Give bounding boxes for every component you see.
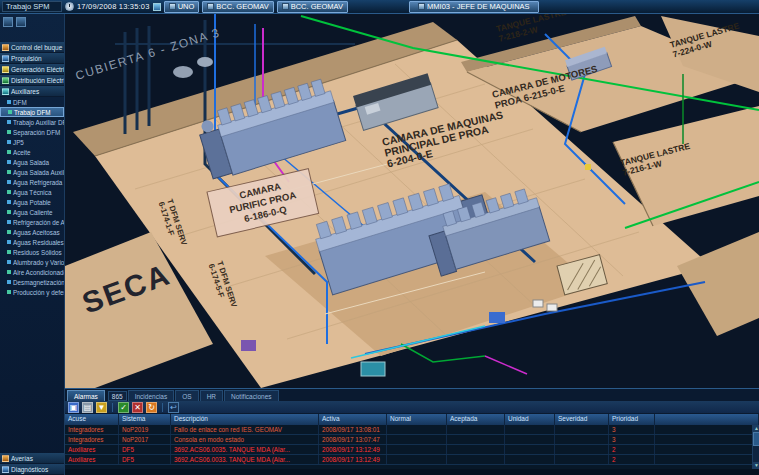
home-icon[interactable] <box>3 17 13 27</box>
sidebar-item-control-del-buque[interactable]: Control del buque <box>0 42 64 53</box>
cell-sistema: DF5 <box>119 455 171 464</box>
sidebar-item-auxiliares[interactable]: Auxiliares <box>0 86 64 97</box>
cell-acuse: Auxiliares <box>65 445 119 454</box>
tab-notificaciones[interactable]: Notificaciones <box>224 390 278 401</box>
sidebar-subitem-produccion-defensa[interactable]: Producción y defensa <box>0 287 64 297</box>
silence-alarm-icon[interactable]: ✕ <box>132 402 143 413</box>
sidebar-subitem-residuos-solidos[interactable]: Residuos Sólidos <box>0 247 64 257</box>
3d-scene-canvas[interactable]: CUBIERTA 6 - ZONA 3 CAMARA DE MAQUINAS P… <box>65 14 759 388</box>
sidebar-subitem-aceite[interactable]: Aceite <box>0 147 64 157</box>
undo-arrow-icon[interactable]: ↩ <box>168 402 179 413</box>
sidebar-subitem-alumbrado-varios[interactable]: Alumbrado y Varios <box>0 257 64 267</box>
ship-icon <box>2 44 9 51</box>
sidebar-subitem-agua-potable[interactable]: Agua Potable <box>0 197 64 207</box>
bullet-icon <box>7 120 11 124</box>
sidebar-subitem-aire-acondicionado[interactable]: Aire Acondicionado <box>0 267 64 277</box>
sidebar-subitem-jp5[interactable]: JP5 <box>0 137 64 147</box>
filter-icon[interactable]: ▼ <box>96 402 107 413</box>
sidebar-subitem-aguas-aceitosas[interactable]: Aguas Aceitosas <box>0 227 64 237</box>
alarm-row[interactable]: Integradores NoP2019 Fallo de enlace con… <box>65 425 759 435</box>
cell-prioridad: 2 <box>609 455 655 464</box>
bullet-icon <box>7 170 11 174</box>
cell-activa: 2008/09/17 13:08:01 <box>319 425 387 434</box>
bullet-icon <box>7 280 11 284</box>
power-grid-icon <box>2 77 9 84</box>
sidebar-subitem-agua-salada-auxiliar[interactable]: Agua Salada Auxiliar <box>0 167 64 177</box>
cell-aceptada <box>447 435 505 444</box>
sidebar-item-distribucion-electrica[interactable]: Distribución Eléctrica <box>0 75 64 86</box>
alarm-row[interactable]: Integradores NoP2017 Consola en modo est… <box>65 435 759 445</box>
sidebar-subitem-refrigeracion-alimentos[interactable]: Refrigeración de Alimentos <box>0 217 64 227</box>
bcc-geomav-button-2[interactable]: BCC. GEOMAV <box>277 1 348 13</box>
acknowledge-alarm-icon[interactable]: ✓ <box>118 402 129 413</box>
subitem-label: Refrigeración de Alimentos <box>13 219 64 226</box>
sidebar-subitem-desmagnetizacion[interactable]: Desmagnetización <box>0 277 64 287</box>
column-acuse[interactable]: Acuse <box>65 414 119 425</box>
bottom-strip <box>65 469 759 475</box>
bullet-icon <box>7 290 11 294</box>
subitem-label: Agua Salada <box>13 159 49 166</box>
column-normal[interactable]: Normal <box>387 414 447 425</box>
bullet-icon <box>7 220 11 224</box>
uno-button[interactable]: UNO <box>164 1 200 13</box>
cell-activa: 2008/09/17 13:07:47 <box>319 435 387 444</box>
cell-unidad <box>505 445 555 454</box>
alarm-scrollbar[interactable]: ▲ ▼ <box>752 425 759 469</box>
navigation-sidebar: Control del buque Propulsión Generación … <box>0 14 65 475</box>
station-button[interactable]: MMI03 - JEFE DE MAQUINAS <box>409 1 539 13</box>
refresh-icon[interactable]: ↻ <box>146 402 157 413</box>
back-icon[interactable] <box>16 17 26 27</box>
engine-room-3d-view[interactable]: CUBIERTA 6 - ZONA 3 CAMARA DE MAQUINAS P… <box>65 14 759 388</box>
sidebar-subitem-agua-tecnica[interactable]: Agua Técnica <box>0 187 64 197</box>
tab-os[interactable]: OS <box>175 390 198 401</box>
sidebar-subitem-aguas-residuales[interactable]: Aguas Residuales <box>0 237 64 247</box>
scroll-up-icon[interactable]: ▲ <box>753 425 759 432</box>
cell-filler <box>655 425 759 434</box>
tab-alarmas[interactable]: Alarmas <box>67 390 105 401</box>
alarm-tabs: Alarmas 865 Incidencias OS HR Notificaci… <box>65 389 759 401</box>
sidebar-subitem-separacion-dfm[interactable]: Separación DFM <box>0 127 64 137</box>
alarm-row[interactable]: Auxiliares DF5 3692.ACS06.0033. TANQUE M… <box>65 455 759 465</box>
save-icon[interactable]: ▣ <box>68 402 79 413</box>
column-severidad[interactable]: Severidad <box>555 414 609 425</box>
bullet-icon <box>7 100 11 104</box>
column-unidad[interactable]: Unidad <box>505 414 555 425</box>
subitem-label: Aguas Residuales <box>13 239 64 246</box>
diagnostics-icon <box>2 466 9 473</box>
application-window: Trabajo SPM 17/09/2008 13:35:03 UNO BCC.… <box>0 0 759 475</box>
sidebar-subitem-agua-salada[interactable]: Agua Salada <box>0 157 64 167</box>
sidebar-item-diagnosticos[interactable]: Diagnósticos <box>0 464 64 475</box>
tab-hr[interactable]: HR <box>200 390 223 401</box>
cell-prioridad: 3 <box>609 435 655 444</box>
clock-icon <box>65 2 74 11</box>
cell-descripcion: 3692.ACS06.0035. TANQUE MDA (Alar... <box>171 445 319 454</box>
bcc-geomav-button-1[interactable]: BCC. GEOMAV <box>202 1 273 13</box>
sidebar-item-averias[interactable]: Averías <box>0 453 64 464</box>
column-prioridad[interactable]: Prioridad <box>609 414 655 425</box>
scrollbar-thumb[interactable] <box>753 432 759 446</box>
bullet-icon <box>8 110 12 114</box>
tab-incidencias[interactable]: Incidencias <box>128 390 175 401</box>
alarm-table-header: Acuse Sistema Descripción Activa Normal … <box>65 414 759 425</box>
column-aceptada[interactable]: Aceptada <box>447 414 505 425</box>
sidebar-subitem-trabajo-auxiliar-dfm[interactable]: Trabajo Auxiliar DFM <box>0 117 64 127</box>
column-descripcion[interactable]: Descripción <box>171 414 319 425</box>
column-sistema[interactable]: Sistema <box>119 414 171 425</box>
sidebar-subitem-dfm[interactable]: DFM <box>0 97 64 107</box>
workspace-label[interactable]: Trabajo SPM <box>2 1 62 12</box>
scroll-down-icon[interactable]: ▼ <box>753 462 759 469</box>
sidebar-subitem-agua-caliente[interactable]: Agua Caliente <box>0 207 64 217</box>
subitem-label: Producción y defensa <box>13 289 64 296</box>
print-icon[interactable]: ▤ <box>82 402 93 413</box>
sidebar-item-generacion-electrica[interactable]: Generación Eléctrica <box>0 64 64 75</box>
alarm-row[interactable]: Auxiliares DF5 3692.ACS06.0035. TANQUE M… <box>65 445 759 455</box>
column-activa[interactable]: Activa <box>319 414 387 425</box>
bullet-icon <box>7 160 11 164</box>
subitem-label: Residuos Sólidos <box>13 249 62 256</box>
subitem-label: Aire Acondicionado <box>13 269 64 276</box>
sidebar-subitem-agua-refrigerada[interactable]: Agua Refrigerada <box>0 177 64 187</box>
sidebar-filler <box>0 297 64 453</box>
sidebar-item-propulsion[interactable]: Propulsión <box>0 53 64 64</box>
sidebar-subitem-trabajo-dfm[interactable]: Trabajo DFM <box>0 107 64 117</box>
cell-severidad <box>555 425 609 434</box>
